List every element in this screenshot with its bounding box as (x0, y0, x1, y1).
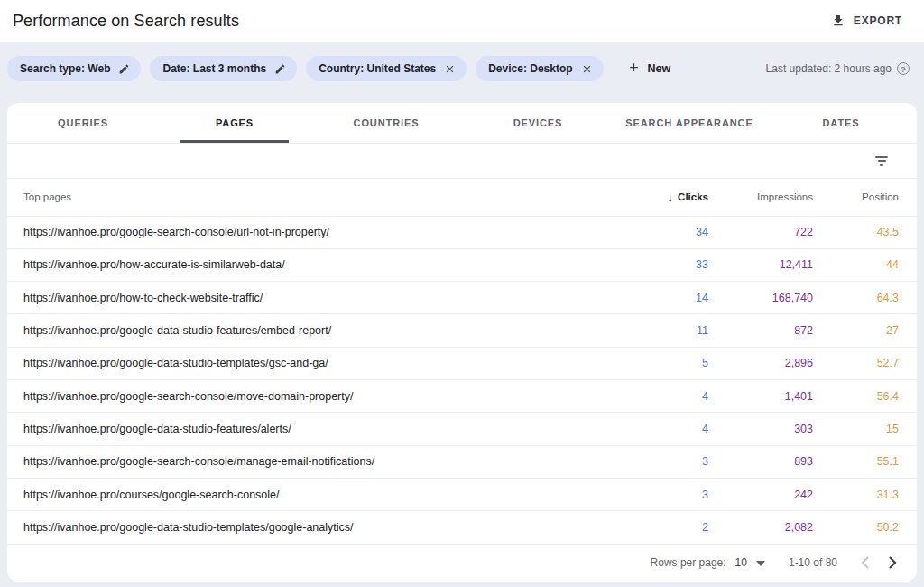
table-row[interactable]: https://ivanhoe.pro/google-data-studio-t… (7, 511, 917, 544)
page-url-cell[interactable]: https://ivanhoe.pro/google-data-studio-t… (23, 357, 609, 369)
table-row[interactable]: https://ivanhoe.pro/google-search-consol… (7, 446, 917, 479)
filter-chip-label: Date: Last 3 months (162, 62, 266, 75)
clicks-cell: 2 (609, 521, 708, 534)
position-cell: 52.7 (813, 357, 899, 369)
clicks-cell: 4 (609, 423, 708, 435)
impressions-header[interactable]: Impressions (708, 191, 813, 202)
table-row[interactable]: https://ivanhoe.pro/courses/google-searc… (7, 479, 917, 511)
tab-label: DEVICES (513, 117, 563, 128)
table-row[interactable]: https://ivanhoe.pro/google-data-studio-f… (7, 314, 917, 347)
page-title: Performance on Search results (13, 12, 239, 31)
tab-label: COUNTRIES (354, 117, 420, 128)
tab-label: QUERIES (58, 117, 108, 128)
impressions-cell: 872 (708, 324, 813, 337)
impressions-cell: 168,740 (708, 292, 813, 304)
clicks-cell: 11 (609, 324, 708, 337)
sort-desc-icon: ↓ (668, 191, 674, 204)
page-url-cell[interactable]: https://ivanhoe.pro/how-to-check-website… (23, 292, 609, 304)
clicks-cell: 3 (609, 455, 708, 468)
chevron-left-icon (861, 556, 869, 569)
tab-label: DATES (823, 117, 860, 128)
close-icon[interactable] (444, 63, 456, 75)
table-body: https://ivanhoe.pro/google-search-consol… (7, 217, 917, 545)
table-row[interactable]: https://ivanhoe.pro/google-search-consol… (7, 380, 917, 413)
new-filter-button[interactable]: New (622, 57, 677, 80)
position-cell: 44 (813, 258, 899, 271)
filter-chip[interactable]: Date: Last 3 months (150, 56, 297, 81)
table-row[interactable]: https://ivanhoe.pro/how-to-check-website… (7, 282, 917, 314)
page-url-cell[interactable]: https://ivanhoe.pro/google-search-consol… (23, 390, 609, 403)
tab-pages[interactable]: PAGES (159, 103, 310, 143)
impressions-cell: 2,082 (708, 521, 813, 534)
clicks-cell: 33 (609, 258, 708, 271)
filter-chip[interactable]: Search type: Web (7, 56, 141, 81)
plus-icon (627, 61, 641, 77)
tab-dates[interactable]: DATES (765, 103, 917, 143)
filter-chip[interactable]: Country: United States (306, 56, 467, 81)
close-icon[interactable] (581, 63, 593, 75)
last-updated-text: Last updated: 2 hours ago (766, 62, 892, 75)
export-label: EXPORT (854, 14, 902, 27)
tab-countries[interactable]: COUNTRIES (310, 103, 462, 143)
new-filter-label: New (648, 62, 671, 75)
table-toolbar (7, 144, 917, 179)
page-url-cell[interactable]: https://ivanhoe.pro/how-accurate-is-simi… (23, 258, 609, 271)
filter-chip-label: Device: Desktop (488, 62, 572, 75)
page-url-cell[interactable]: https://ivanhoe.pro/google-search-consol… (23, 226, 609, 238)
table-row[interactable]: https://ivanhoe.pro/google-search-consol… (7, 217, 917, 249)
position-cell: 15 (813, 423, 899, 435)
page-url-cell[interactable]: https://ivanhoe.pro/google-data-studio-t… (23, 521, 609, 534)
impressions-cell: 12,411 (708, 258, 813, 271)
position-header[interactable]: Position (813, 191, 899, 202)
clicks-cell: 3 (609, 489, 708, 501)
chevron-right-icon (889, 556, 897, 569)
page-url-cell[interactable]: https://ivanhoe.pro/google-data-studio-f… (23, 324, 609, 337)
filter-icon[interactable] (870, 151, 893, 172)
page-url-cell[interactable]: https://ivanhoe.pro/google-data-studio-f… (23, 423, 609, 435)
tab-devices[interactable]: DEVICES (462, 103, 614, 143)
prev-page-button (861, 556, 869, 569)
edit-icon[interactable] (118, 63, 130, 75)
dropdown-caret-icon (756, 556, 765, 569)
app-header: Performance on Search results EXPORT (0, 0, 924, 42)
download-icon (831, 14, 845, 28)
clicks-header[interactable]: ↓ Clicks (609, 191, 708, 204)
position-cell: 56.4 (813, 390, 899, 403)
filter-chip-label: Country: United States (319, 62, 436, 75)
clicks-cell: 14 (609, 292, 708, 304)
impressions-cell: 893 (708, 455, 813, 468)
tab-label: PAGES (216, 117, 254, 128)
table-header: Top pages ↓ Clicks Impressions Position (7, 179, 917, 217)
filter-chip[interactable]: Device: Desktop (476, 56, 603, 81)
position-cell: 55.1 (813, 455, 899, 468)
filter-chips: Search type: WebDate: Last 3 monthsCount… (7, 56, 676, 81)
rows-per-page-select[interactable]: Rows per page: 10 (651, 556, 765, 569)
table-row[interactable]: https://ivanhoe.pro/how-accurate-is-simi… (7, 249, 917, 282)
edit-icon[interactable] (274, 63, 286, 75)
impressions-cell: 1,401 (708, 390, 813, 403)
top-pages-header: Top pages (23, 191, 609, 202)
position-cell: 50.2 (813, 521, 899, 534)
page-url-cell[interactable]: https://ivanhoe.pro/google-search-consol… (23, 455, 609, 468)
rows-per-page-label: Rows per page: (651, 556, 726, 569)
filter-bar: Search type: WebDate: Last 3 monthsCount… (0, 42, 924, 96)
impressions-cell: 722 (708, 226, 813, 238)
impressions-cell: 242 (708, 489, 813, 501)
export-button[interactable]: EXPORT (824, 8, 910, 33)
clicks-cell: 4 (609, 390, 708, 403)
position-cell: 64.3 (813, 292, 899, 304)
rows-per-page-value: 10 (735, 556, 747, 569)
tab-search-appearance[interactable]: SEARCH APPEARANCE (614, 103, 765, 143)
page-url-cell[interactable]: https://ivanhoe.pro/courses/google-searc… (23, 489, 609, 501)
table-row[interactable]: https://ivanhoe.pro/google-data-studio-t… (7, 348, 917, 380)
table-row[interactable]: https://ivanhoe.pro/google-data-studio-f… (7, 413, 917, 445)
help-icon[interactable]: ? (897, 62, 910, 75)
last-updated: Last updated: 2 hours ago ? (766, 62, 910, 75)
tab-queries[interactable]: QUERIES (7, 103, 159, 143)
tab-label: SEARCH APPEARANCE (625, 117, 753, 128)
next-page-button[interactable] (889, 556, 897, 569)
filter-chip-label: Search type: Web (20, 62, 110, 75)
table-footer: Rows per page: 10 1-10 of 80 (7, 545, 917, 582)
dimension-tabs: QUERIESPAGESCOUNTRIESDEVICESSEARCH APPEA… (7, 103, 917, 144)
pagination-range: 1-10 of 80 (789, 556, 837, 569)
